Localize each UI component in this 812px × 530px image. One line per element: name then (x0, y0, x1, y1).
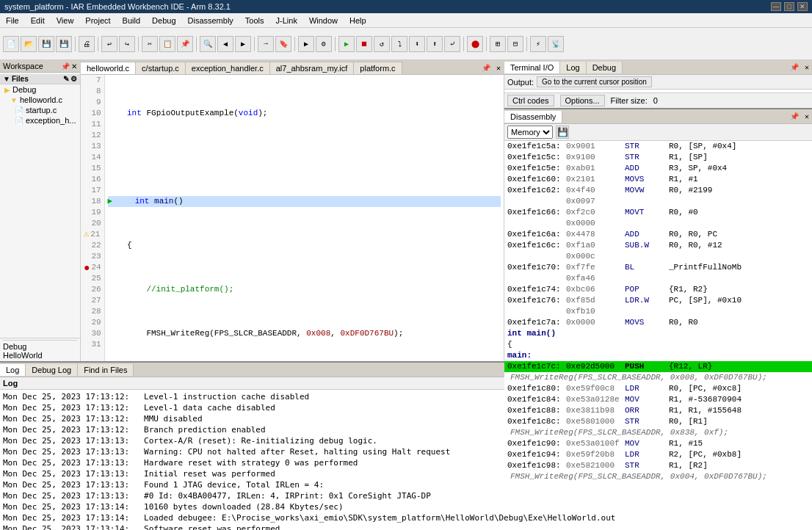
bookmark-button[interactable]: 🔖 (275, 36, 291, 52)
debug-step-in-button[interactable]: ⬇ (409, 36, 425, 52)
debug-stop-button[interactable]: ⏹ (356, 36, 372, 52)
close-button[interactable]: ✕ (797, 2, 808, 11)
redo-button[interactable]: ↪ (119, 36, 135, 52)
tab-log-terminal[interactable]: Log (560, 62, 586, 73)
menu-window[interactable]: Window (303, 15, 344, 26)
menu-debug[interactable]: Debug (146, 15, 181, 26)
terminal-lock-icon[interactable]: 📌 (787, 63, 802, 72)
extra-btn2[interactable]: 📡 (548, 36, 564, 52)
tab-exception[interactable]: exception_handler.c (186, 62, 270, 74)
menu-build[interactable]: Build (117, 15, 146, 26)
files-cfg-icon[interactable]: ⚙ (70, 75, 77, 83)
debug-step-out-button[interactable]: ⬆ (427, 36, 443, 52)
minimize-button[interactable]: — (771, 2, 781, 11)
files-add-icon[interactable]: ✎ (63, 75, 69, 83)
maximize-button[interactable]: □ (784, 2, 794, 11)
code-content[interactable]: int FGpioOutputExample(void); ▶ int main… (105, 75, 504, 361)
files-section-header[interactable]: ▼ Files ✎ ⚙ (0, 74, 80, 84)
code-line-11: //init_platform(); (108, 284, 501, 295)
options-button[interactable]: Options... (560, 95, 605, 106)
code-line-12: FMSH_WriteReg(FPS_SLCR_BASEADDR, 0x008, … (108, 328, 501, 339)
line-numbers: 7 8 9 10 11 12 13 14 15 16 17 18 19 20 ⚠… (81, 75, 105, 361)
tree-item-helloworld[interactable]: ▼ helloworld.c (0, 95, 80, 105)
menu-help[interactable]: Help (344, 15, 372, 26)
jlink-btn2[interactable]: ⊟ (507, 36, 523, 52)
cut-button[interactable]: ✂ (142, 36, 158, 52)
debug-step-over-button[interactable]: ⤵ (391, 36, 407, 52)
extra-btn1[interactable]: ⚡ (530, 36, 546, 52)
jump-button[interactable]: → (258, 36, 274, 52)
toolbar-separator-9 (486, 37, 487, 51)
toolbar-separator-5 (254, 37, 255, 51)
tree-item-debug[interactable]: ▶ Debug (0, 84, 80, 95)
open-button[interactable]: 📂 (21, 36, 37, 52)
filter-size-value: 0 (653, 96, 658, 105)
warning-icon: ⚠ (84, 229, 89, 240)
workspace-lock-icon[interactable]: 📌 (61, 62, 70, 70)
dis-row-1e8c: 0xe1fe1c8c: 0xe5801000 STR R0, [R1] (504, 416, 812, 427)
tab-platform[interactable]: platform.c (354, 62, 402, 74)
undo-button[interactable]: ↩ (101, 36, 117, 52)
dis-row-1e6a: 0xe1fe1c6a: 0x4478 ADD R0, R0, PC (504, 229, 812, 240)
search-button[interactable]: 🔍 (200, 36, 216, 52)
terminal-output-label: Output: (507, 78, 534, 87)
debug-next-stmt-button[interactable]: ⤶ (444, 36, 460, 52)
debug-reset-button[interactable]: ↺ (374, 36, 390, 52)
main-layout: Workspace 📌 ✕ ▼ Files ✎ ⚙ ▶ Debug (0, 60, 812, 530)
disassembly-lock-icon[interactable]: 📌 (787, 112, 802, 121)
terminal-close-icon[interactable]: ✕ (802, 63, 812, 72)
toolbar-separator-10 (526, 37, 527, 51)
tab-icf[interactable]: al7_ahbsram_my.icf (270, 62, 355, 74)
dis-row-1e80: 0xe1fe1c80: 0xe59f00c8 LDR R0, [PC, #0xc… (504, 383, 812, 394)
build-button[interactable]: ▶ (298, 36, 314, 52)
tab-terminal-io[interactable]: Terminal I/O (504, 62, 560, 73)
new-button[interactable]: 📄 (3, 36, 19, 52)
debug-go-button[interactable]: ▶ (338, 36, 355, 52)
menu-view[interactable]: View (51, 15, 80, 26)
editor-lock-icon[interactable]: 📌 (479, 62, 493, 74)
toolbar-separator-8 (463, 37, 464, 51)
tab-find-files[interactable]: Find in Files (78, 364, 134, 376)
breakpoint-button[interactable]: ⬤ (467, 36, 483, 52)
disassembly-save-button[interactable]: 💾 (556, 126, 569, 139)
nav-forward-button[interactable]: ▶ (235, 36, 251, 52)
print-button[interactable]: 🖨 (79, 36, 95, 52)
jlink-btn1[interactable]: ⊞ (490, 36, 506, 52)
disassembly-mode-select[interactable]: Memory (507, 126, 553, 139)
tab-debug-log[interactable]: Debug Log (26, 364, 78, 376)
menu-project[interactable]: Project (79, 15, 116, 26)
save-all-button[interactable]: 💾 (56, 36, 72, 52)
save-button[interactable]: 💾 (38, 36, 54, 52)
tab-helloworld[interactable]: helloworld.c (81, 62, 136, 75)
tab-startup[interactable]: c/startup.c (136, 62, 186, 74)
tab-debug-terminal[interactable]: Debug (587, 62, 623, 73)
dis-row-1e74: 0xe1fe1c74: 0xbc06 POP {R1, R2} (504, 284, 812, 295)
terminal-header: Terminal I/O Log Debug 📌 ✕ (504, 60, 812, 75)
menu-edit[interactable]: Edit (25, 15, 51, 26)
disassembly-close-icon[interactable]: ✕ (802, 112, 812, 121)
dis-label-main: main: (504, 350, 812, 361)
menu-file[interactable]: File (0, 15, 25, 26)
ctrl-codes-button[interactable]: Ctrl codes (507, 95, 554, 106)
goto-cursor-button[interactable]: Go to the current cursor position (537, 76, 652, 87)
dis-comment-3: FMSH_WriteReg(FPS_SLCR_BASEADDR, 0x004, … (504, 471, 812, 482)
tree-item-exception[interactable]: 📄 exception_h... (0, 115, 80, 126)
dis-row-1e60: 0xe1fe1c60: 0x2101 MOVS R1, #1 (504, 174, 812, 185)
menu-tools[interactable]: Tools (239, 15, 270, 26)
menu-jlink[interactable]: J-Link (270, 15, 303, 26)
code-line-8 (108, 152, 501, 163)
menu-disassembly[interactable]: Disassembly (182, 15, 239, 26)
toolbar: 📄 📂 💾 💾 🖨 ↩ ↪ ✂ 📋 📌 🔍 ◀ ▶ → 🔖 ▶ ⚙ ▶ ⏹ ↺ … (0, 28, 812, 60)
paste-button[interactable]: 📌 (177, 36, 193, 52)
menu-bar: File Edit View Project Build Debug Disas… (0, 13, 812, 28)
tree-item-startup[interactable]: 📄 startup.c (0, 105, 80, 115)
copy-button[interactable]: 📋 (159, 36, 175, 52)
tab-log[interactable]: Log (0, 364, 26, 376)
terminal-toolbar-btns: Go to the current cursor position (537, 76, 809, 87)
dis-row-1e5c: 0xe1fe1c5c: 0x9100 STR R1, [SP] (504, 152, 812, 163)
workspace-close-icon[interactable]: ✕ (71, 62, 77, 70)
tab-disassembly[interactable]: Disassembly (504, 111, 562, 123)
nav-back-button[interactable]: ◀ (217, 36, 233, 52)
editor-close-icon[interactable]: ✕ (493, 62, 504, 74)
make-button[interactable]: ⚙ (316, 36, 332, 52)
